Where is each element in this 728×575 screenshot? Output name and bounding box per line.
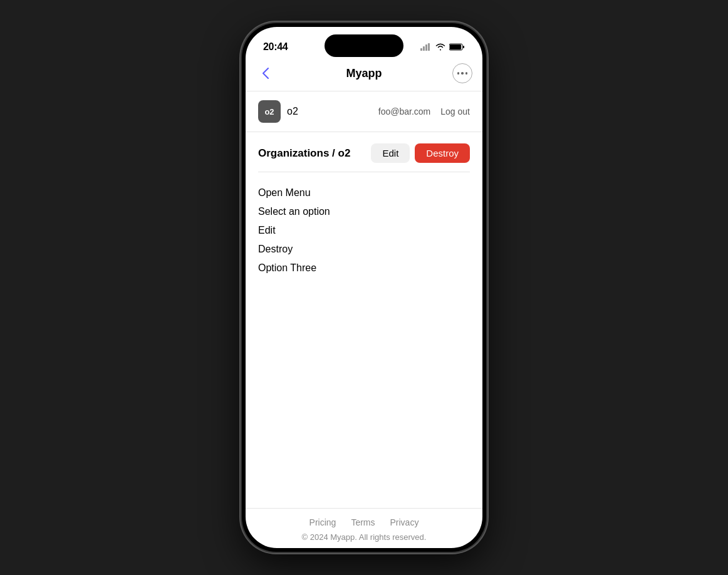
user-email: foo@bar.com	[378, 106, 430, 117]
signal-icon	[420, 43, 432, 51]
logout-button[interactable]: Log out	[440, 106, 470, 117]
nav-bar: Myapp	[246, 58, 482, 91]
breadcrumb: Organizations / o2	[258, 147, 350, 160]
svg-rect-2	[425, 44, 427, 51]
status-time: 20:44	[263, 41, 288, 53]
svg-rect-0	[420, 48, 422, 51]
more-options-button[interactable]	[452, 63, 472, 83]
content-area: Organizations / o2 Edit Destroy Open Men…	[246, 132, 482, 508]
back-button[interactable]	[256, 63, 276, 83]
footer-link-pricing[interactable]: Pricing	[309, 517, 336, 527]
svg-rect-3	[428, 43, 430, 51]
svg-rect-6	[463, 46, 464, 48]
user-row: o2 o2 foo@bar.com Log out	[246, 91, 482, 132]
wifi-icon	[435, 43, 445, 51]
svg-rect-1	[423, 46, 425, 51]
dot	[457, 72, 460, 75]
menu-item-select-option[interactable]: Select an option	[258, 202, 470, 221]
menu-section: Open Menu Select an option Edit Destroy …	[258, 172, 470, 289]
phone-frame: 20:44	[242, 23, 486, 552]
menu-item-destroy[interactable]: Destroy	[258, 240, 470, 259]
menu-item-option-three[interactable]: Option Three	[258, 259, 470, 277]
user-name: o2	[287, 106, 378, 117]
dot	[461, 72, 464, 75]
footer-link-privacy[interactable]: Privacy	[390, 517, 419, 527]
action-buttons: Edit Destroy	[371, 143, 470, 163]
status-icons	[420, 43, 465, 51]
battery-icon	[449, 43, 465, 51]
dot	[465, 72, 468, 75]
footer-link-terms[interactable]: Terms	[351, 517, 375, 527]
edit-button[interactable]: Edit	[371, 143, 410, 163]
nav-title: Myapp	[346, 67, 382, 80]
footer: Pricing Terms Privacy © 2024 Myapp. All …	[246, 508, 482, 548]
footer-copyright: © 2024 Myapp. All rights reserved.	[246, 532, 482, 542]
destroy-button[interactable]: Destroy	[415, 143, 470, 163]
menu-item-edit[interactable]: Edit	[258, 221, 470, 240]
svg-rect-5	[450, 44, 461, 49]
breadcrumb-row: Organizations / o2 Edit Destroy	[258, 132, 470, 172]
phone-screen: 20:44	[246, 27, 482, 548]
avatar: o2	[258, 100, 281, 123]
menu-item-open-menu[interactable]: Open Menu	[258, 184, 470, 202]
dynamic-island	[325, 34, 403, 57]
footer-links: Pricing Terms Privacy	[246, 517, 482, 527]
